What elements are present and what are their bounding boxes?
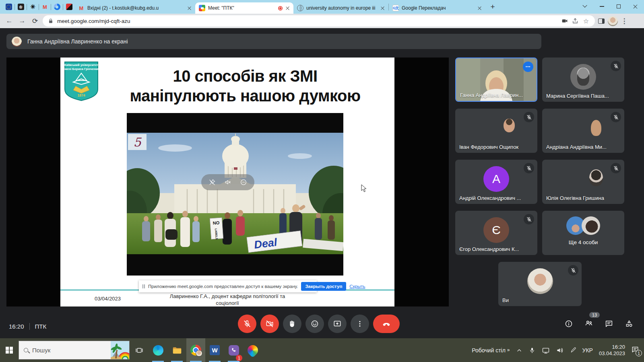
folder-icon [172, 345, 182, 356]
taskbar-file-explorer[interactable] [167, 338, 186, 362]
windows-logo-icon [6, 347, 13, 354]
meet-main: Ганна Андріївна Лавриненко на екрані Киї… [0, 28, 644, 338]
end-call-button[interactable] [373, 315, 400, 333]
task-view-button[interactable] [130, 338, 149, 362]
taskbar-chrome[interactable] [186, 338, 205, 362]
address-bar[interactable]: meet.google.com/mjd-cqft-azu [43, 15, 595, 27]
tile-options-button[interactable] [523, 62, 533, 72]
bookmark-star-icon[interactable] [582, 17, 590, 25]
close-icon[interactable] [187, 6, 192, 10]
minimize-icon [600, 6, 604, 7]
mic-off-icon [568, 265, 578, 276]
viber-badge: 1 [236, 355, 242, 361]
camera-toggle-button[interactable] [260, 315, 279, 333]
present-button[interactable] [328, 315, 347, 333]
taskbar-edge[interactable] [149, 338, 167, 362]
call-controls [238, 315, 400, 333]
tray-clock[interactable]: 16:20 03.04.2023 [599, 344, 625, 357]
pinned-tab[interactable] [52, 1, 62, 12]
url-text: meet.google.com/mjd-cqft-azu [57, 18, 130, 24]
taskbar-word[interactable] [205, 338, 224, 362]
shared-screen[interactable]: Київський університет імені Бориса Грінч… [6, 58, 449, 306]
minimize-button[interactable] [593, 0, 610, 13]
participant-name: Юлія Олегівна Гришина [546, 195, 604, 201]
participant-tile-ivan[interactable]: Іван Федорович Ощипок [455, 109, 537, 153]
volume-icon[interactable] [556, 346, 564, 354]
back-button[interactable] [4, 16, 14, 26]
participant-tile-yuliia[interactable]: Юлія Олегівна Гришина [542, 160, 624, 204]
tab-university-autonomy[interactable]: university autonomy in europe iii [293, 2, 388, 14]
tab-google-translate[interactable]: Google Перекладач [389, 2, 485, 14]
people-icon [584, 319, 593, 327]
hide-notice-link[interactable]: Скрыть [349, 284, 365, 289]
reload-button[interactable] [30, 16, 40, 26]
participant-tile-hanna[interactable]: Ганна Андріївна Лаврин... [455, 58, 537, 102]
more-options-button[interactable] [351, 315, 369, 333]
reactions-button[interactable] [305, 315, 324, 333]
remove-tile-icon[interactable] [239, 178, 248, 186]
unpin-icon[interactable] [208, 178, 216, 186]
pinned-tab[interactable] [27, 1, 38, 12]
pen-icon[interactable] [570, 347, 576, 354]
forward-button[interactable] [17, 16, 27, 26]
participant-tile-yehor[interactable]: Є Єгор Олександрович К... [455, 211, 537, 255]
word-icon [210, 345, 220, 355]
tile-hover-controls[interactable] [201, 174, 254, 190]
camera-in-use-icon[interactable] [561, 17, 568, 25]
embedded-video[interactable]: NO LABELS Deal 5 [127, 113, 343, 276]
tray-mic-icon[interactable] [528, 347, 536, 354]
mic-off-icon [611, 61, 621, 71]
svg-text:Київський університет: Київський університет [64, 63, 98, 67]
participant-tile-andrii[interactable]: А Андрій Олександрович ... [455, 160, 537, 204]
restore-button[interactable] [610, 0, 627, 13]
start-button[interactable] [0, 338, 19, 362]
close-icon[interactable] [380, 6, 385, 10]
profile-avatar[interactable] [608, 16, 618, 26]
paint3d-icon [245, 343, 260, 358]
hidden-icons-chevron[interactable] [516, 347, 522, 354]
viber-icon [229, 345, 239, 356]
share-icon[interactable] [572, 17, 579, 25]
taskbar-search[interactable]: Пошук [19, 341, 130, 360]
browser-menu-button[interactable] [620, 17, 628, 25]
chat-panel-icon[interactable] [605, 319, 613, 328]
participant-tile-overflow[interactable]: Ще 4 особи [542, 211, 624, 255]
close-window-button[interactable] [627, 0, 644, 13]
audio-off-icon[interactable] [224, 178, 232, 186]
capitol-scene: NO LABELS Deal [127, 133, 343, 254]
participant-tile-maryna[interactable]: Марина Сергіївна Паша... [542, 58, 624, 102]
pinned-tab[interactable] [15, 1, 26, 12]
people-panel-button[interactable]: 13 [584, 319, 593, 329]
tray-date: 03.04.2023 [599, 350, 625, 357]
close-icon[interactable] [285, 6, 290, 10]
side-panel-button[interactable] [597, 17, 605, 25]
pinned-tab[interactable] [39, 1, 50, 12]
restore-icon [617, 4, 621, 8]
network-display-icon[interactable] [542, 346, 550, 354]
presentation-slide: Київський університет імені Бориса Грінч… [60, 58, 394, 306]
pinned-tab[interactable] [64, 1, 74, 12]
close-icon[interactable] [477, 6, 482, 10]
new-tab-button[interactable]: + [487, 1, 498, 12]
activities-icon[interactable] [625, 319, 634, 328]
taskbar-viber[interactable]: 1 [224, 338, 243, 362]
tab-meet[interactable]: Meet: "ПТК" [195, 2, 293, 14]
action-center-button[interactable]: 1 [631, 346, 639, 355]
overflow-chevron[interactable]: » [507, 347, 510, 353]
participant-tile-andriana[interactable]: Андріана Андріївна Ми... [542, 109, 624, 153]
meeting-details-icon[interactable] [564, 319, 573, 328]
taskbar-paint3d[interactable] [243, 338, 262, 362]
self-view-tile[interactable]: Ви [498, 262, 582, 306]
desktop-toolbar[interactable]: Робочий стіл» [472, 347, 510, 354]
raise-hand-button[interactable] [283, 315, 301, 333]
meeting-code: ПТК [35, 323, 47, 330]
screen: Вхідні (2) - t.kostiuk@kubg.edu.u Meet: … [0, 0, 644, 362]
tab-search-button[interactable] [576, 0, 593, 13]
mic-toggle-button[interactable] [238, 315, 256, 333]
tab-gmail-inbox[interactable]: Вхідні (2) - t.kostiuk@kubg.edu.u [74, 2, 195, 14]
pinned-tab[interactable] [3, 1, 14, 12]
edge-icon [153, 345, 163, 356]
stop-sharing-button[interactable]: Закрыть доступ [301, 282, 346, 291]
mic-off-icon [611, 163, 621, 173]
language-indicator[interactable]: УКР [582, 347, 593, 354]
